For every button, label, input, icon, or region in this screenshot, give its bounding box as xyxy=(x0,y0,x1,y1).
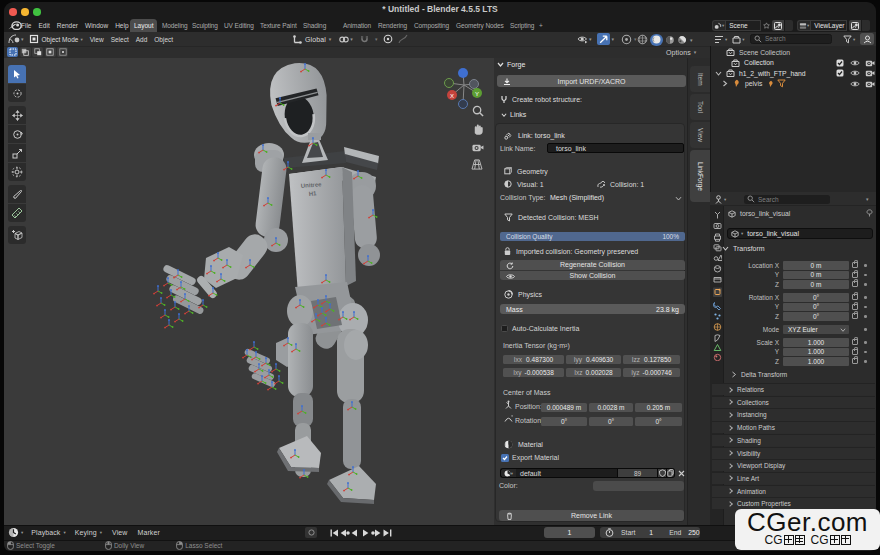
svg-text:H1: H1 xyxy=(309,190,318,197)
svg-text:X: X xyxy=(450,93,454,99)
svg-text:Y: Y xyxy=(475,91,479,97)
